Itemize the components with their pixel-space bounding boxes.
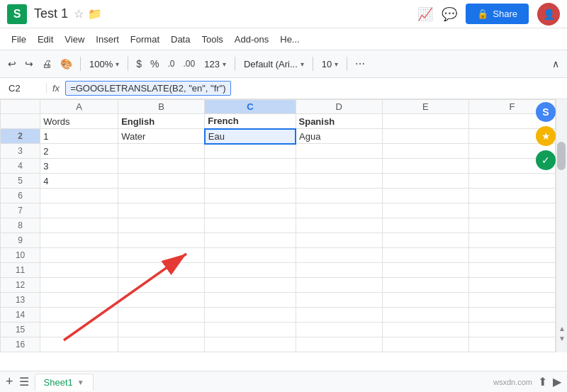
table-row: 5 4 [1, 174, 556, 189]
col-header-D[interactable]: D [296, 100, 382, 114]
table-row: 7 [1, 203, 556, 218]
spreadsheet: A B C D E F Words English French Spanish [0, 99, 556, 352]
menu-file[interactable]: File [6, 31, 32, 47]
font-size-caret: ▾ [335, 60, 338, 68]
cell-A2[interactable]: 1 [40, 129, 118, 144]
chart-icon[interactable]: 📈 [417, 6, 433, 22]
print-button[interactable]: 🖨 [38, 55, 55, 72]
separator-1 [80, 57, 81, 71]
menu-insert[interactable]: Insert [90, 31, 125, 47]
formula-bar: fx =GOOGLETRANSLATE(B2, "en", "fr") [0, 78, 567, 99]
table-row: 15 [1, 323, 556, 337]
scroll-down-icon[interactable]: ▼ [558, 335, 566, 342]
cell-E4[interactable] [382, 159, 468, 174]
scroll-up-icon[interactable]: ▲ [558, 325, 566, 332]
sheet-tab-name: Sheet1 [44, 377, 73, 388]
cell-C3[interactable] [205, 144, 296, 159]
comment-icon[interactable]: 💬 [442, 6, 457, 22]
cell-C4[interactable] [205, 159, 296, 174]
font-family-caret: ▾ [301, 60, 304, 68]
table-row: Words English French Spanish [1, 114, 556, 129]
add-sheet-button[interactable]: + [6, 374, 13, 389]
cell-B5[interactable] [118, 174, 205, 189]
undo-button[interactable]: ↩ [4, 55, 20, 72]
cell-E1[interactable] [382, 114, 468, 129]
table-row: 10 [1, 248, 556, 263]
paint-format-button[interactable]: 🎨 [57, 55, 76, 72]
cell-A3[interactable]: 2 [40, 144, 118, 159]
cell-B1[interactable]: English [118, 114, 205, 129]
decimal-increase-button[interactable]: .00 [180, 56, 199, 72]
keep-icon[interactable]: ★ [536, 126, 556, 146]
nav-arrow-icon[interactable]: ▶ [553, 375, 561, 388]
explore-icon[interactable]: S [536, 102, 556, 122]
percent-button[interactable]: % [147, 55, 162, 72]
col-header-E[interactable]: E [382, 100, 468, 114]
font-family-dropdown[interactable]: Default (Ari... ▾ [240, 57, 308, 72]
row-num-5: 5 [1, 174, 40, 189]
cell-E3[interactable] [382, 144, 468, 159]
menu-tools[interactable]: Tools [196, 31, 228, 47]
col-header-B[interactable]: B [118, 100, 205, 114]
cell-C2[interactable]: Eau [205, 129, 296, 144]
currency-button[interactable]: $ [133, 55, 145, 72]
font-size-dropdown[interactable]: 10 ▾ [318, 57, 342, 72]
more-button[interactable]: ⋯ [352, 55, 369, 72]
menu-edit[interactable]: Edit [32, 31, 59, 47]
table-row: 14 [1, 308, 556, 323]
more-formats-dropdown[interactable]: 123 ▾ [200, 57, 230, 72]
scrollbar-track[interactable]: ▼ ▲ [556, 99, 567, 352]
cell-A5[interactable]: 4 [40, 174, 118, 189]
cell-D5[interactable] [296, 174, 382, 189]
sheet-area: A B C D E F Words English French Spanish [0, 99, 567, 352]
menu-data[interactable]: Data [165, 31, 196, 47]
col-header-C[interactable]: C [205, 100, 296, 114]
col-header-A[interactable]: A [40, 100, 118, 114]
row-num-3: 3 [1, 144, 40, 159]
document-title[interactable]: Test 1 [34, 6, 68, 21]
folder-icon[interactable]: 📁 [88, 7, 102, 21]
title-group: Test 1 ☆ 📁 [34, 6, 417, 21]
menu-addons[interactable]: Add-ons [229, 31, 274, 47]
cell-E5[interactable] [382, 174, 468, 189]
fx-label: fx [47, 83, 65, 94]
cell-B2[interactable]: Water [118, 129, 205, 144]
explore-bottom-icon[interactable]: ⬆ [538, 375, 547, 388]
cell-C5[interactable] [205, 174, 296, 189]
cell-E2[interactable] [382, 129, 468, 144]
separator-2 [128, 57, 128, 71]
avatar[interactable]: 👤 [537, 3, 560, 26]
sheet-tab-sheet1[interactable]: Sheet1 ▼ [35, 374, 94, 391]
star-icon[interactable]: ☆ [74, 7, 84, 21]
cell-A1[interactable]: Words [40, 114, 118, 129]
cell-B3[interactable] [118, 144, 205, 159]
separator-3 [235, 57, 235, 71]
cell-D3[interactable] [296, 144, 382, 159]
redo-button[interactable]: ↪ [21, 55, 37, 72]
zoom-dropdown[interactable]: 100% ▾ [85, 57, 123, 72]
menu-help[interactable]: He... [274, 31, 305, 47]
app-icon-label: S [13, 8, 21, 21]
formula-input[interactable]: =GOOGLETRANSLATE(B2, "en", "fr") [65, 81, 230, 96]
menu-format[interactable]: Format [125, 31, 165, 47]
tasks-icon[interactable]: ✓ [536, 150, 556, 170]
scrollbar-thumb[interactable] [557, 142, 566, 170]
sheet-list-button[interactable]: ☰ [19, 375, 29, 388]
menu-view[interactable]: View [59, 31, 90, 47]
collapse-toolbar-button[interactable]: ∧ [549, 55, 563, 72]
column-header-row: A B C D E F [1, 100, 556, 114]
cell-D2[interactable]: Agua [296, 129, 382, 144]
title-bar: S Test 1 ☆ 📁 📈 💬 🔒 Share 👤 [0, 0, 567, 28]
cell-C1[interactable]: French [205, 114, 296, 129]
cell-B4[interactable] [118, 159, 205, 174]
cell-A4[interactable]: 3 [40, 159, 118, 174]
decimal-decrease-button[interactable]: .0 [164, 56, 179, 72]
bottom-bar: + ☰ Sheet1 ▼ wsxdn.com ⬆ ▶ [0, 371, 567, 392]
cell-reference-input[interactable] [4, 83, 47, 94]
cell-D4[interactable] [296, 159, 382, 174]
cell-F5[interactable] [468, 174, 555, 189]
table-row: 8 [1, 218, 556, 233]
share-button[interactable]: 🔒 Share [466, 4, 529, 24]
cell-D1[interactable]: Spanish [296, 114, 382, 129]
watermark-text: wsxdn.com [493, 378, 532, 386]
